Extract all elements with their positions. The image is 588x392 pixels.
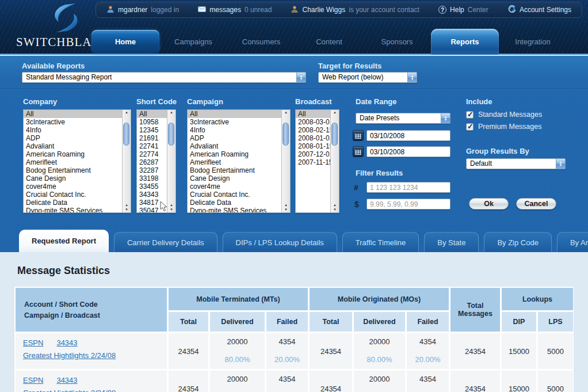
lps-cell: 5000 <box>538 333 573 369</box>
short-code-label: Short Code <box>136 97 177 106</box>
list-item[interactable]: ADP <box>188 134 290 142</box>
mo-total-header: Total <box>310 312 352 332</box>
list-item[interactable]: American Roaming <box>24 150 131 158</box>
mt-delivered-cell: 2000080.00% <box>210 371 265 392</box>
list-item[interactable]: Advaliant <box>188 142 290 150</box>
list-item[interactable]: Delicate Data <box>188 199 290 207</box>
list-item[interactable]: All <box>24 110 131 118</box>
include-option[interactable]: Premium Messages <box>466 123 542 131</box>
logged-in-user[interactable]: mgardner logged in <box>106 5 179 15</box>
list-item[interactable]: Amerifleet <box>24 158 131 166</box>
report-tab[interactable]: Carrier Delivery Details <box>114 232 217 252</box>
short-code-listbox[interactable]: ▲ ▲▼ All10958123452169122741227742628732… <box>136 109 176 213</box>
report-title: Message Statistics <box>17 265 110 277</box>
list-item[interactable]: Bodog Entertainment <box>188 166 290 174</box>
calendar-icon[interactable] <box>353 146 364 157</box>
select-stepper-icon: ▲▼ <box>556 159 565 169</box>
list-item[interactable]: Bodog Entertainment <box>24 166 131 174</box>
campaign-link[interactable]: Greatest Hightlights 2/24/08 <box>23 389 116 392</box>
account-contact[interactable]: Charlie Wiggs is your account contact <box>291 5 419 15</box>
report-tab[interactable]: Traffic Timeline <box>342 232 419 252</box>
contact-label: is your account contact <box>349 6 419 14</box>
list-item[interactable]: cover4me <box>188 182 290 191</box>
scroll-thumb[interactable] <box>331 123 338 146</box>
scroll-thumb[interactable] <box>123 123 129 146</box>
mt-delivered-cell: 2000080.00% <box>210 333 265 369</box>
nav-item[interactable]: Content <box>295 29 363 55</box>
list-item[interactable]: American Roaming <box>188 150 290 158</box>
help-icon: ? <box>438 6 446 14</box>
list-item[interactable]: Advaliant <box>24 142 131 150</box>
list-item[interactable]: Dyno-mite SMS Services <box>188 207 290 213</box>
date-presets-select[interactable]: Date Presets ▲▼ <box>356 113 450 124</box>
table-row: ESPN 34343 Greatest Hightlights 2/24/08 … <box>16 333 572 369</box>
account-link[interactable]: ESPN <box>23 376 43 385</box>
list-item[interactable]: cover4me <box>24 182 131 191</box>
short-code-link[interactable]: 34343 <box>56 376 77 385</box>
nav-item[interactable]: Integration <box>499 29 567 55</box>
nav-item[interactable]: Sponsors <box>363 29 431 55</box>
report-tab[interactable]: By Area Code <box>557 232 588 252</box>
checkbox-icon[interactable] <box>466 123 474 131</box>
nav-item[interactable]: Home <box>91 30 159 54</box>
list-item[interactable]: 4Info <box>188 126 290 134</box>
switchblade-swoosh-icon <box>46 2 86 36</box>
cancel-button[interactable]: Cancel <box>516 198 556 210</box>
mo-total-cell: 24354 <box>310 371 352 392</box>
short-code-link[interactable]: 34343 <box>56 338 77 347</box>
report-tab[interactable]: DIPs / LPS Lookup Details <box>223 232 337 252</box>
campaign-scrollbar[interactable]: ▲ ▲▼ <box>281 110 290 212</box>
include-options: Standard Messages Premium Messages <box>466 111 542 131</box>
target-results-label: Target for Results <box>318 62 381 70</box>
mo-delivered-cell: 2000080.00% <box>354 333 405 369</box>
scroll-thumb[interactable] <box>168 123 174 146</box>
nav-item[interactable]: Consumers <box>227 29 295 55</box>
list-item[interactable]: ADP <box>24 134 131 142</box>
available-reports-select[interactable]: Standard Messaging Report ▲▼ <box>22 72 306 83</box>
list-item[interactable]: Dyno-mite SMS Services <box>24 207 131 213</box>
calendar-icon[interactable] <box>353 130 364 141</box>
list-item[interactable]: Amerifleet <box>188 158 290 166</box>
broadcast-scrollbar[interactable]: ▲ ▲▼ <box>330 110 339 212</box>
list-item[interactable]: Crucial Contact Inc. <box>24 191 131 199</box>
mo-group-header: Mobile Originated (MOs) <box>310 288 449 310</box>
account-link[interactable]: ESPN <box>23 338 43 347</box>
company-scrollbar[interactable]: ▲ ▲▼ <box>122 110 131 212</box>
campaign-listbox[interactable]: ▲ ▲▼ All3cInteractive4InfoADPAdvaliantAm… <box>187 109 291 213</box>
campaign-link[interactable]: Greatest Hightlights 2/24/08 <box>23 351 116 360</box>
report-tab[interactable]: By State <box>424 232 479 252</box>
list-item[interactable]: All <box>188 110 290 118</box>
help-label: Help <box>450 6 464 14</box>
include-option[interactable]: Standard Messages <box>466 111 542 119</box>
report-tab[interactable]: By Zip Code <box>484 232 552 252</box>
scroll-thumb[interactable] <box>282 123 289 146</box>
list-item[interactable]: 4Info <box>24 126 131 134</box>
help-center-link[interactable]: ? Help Center <box>438 6 488 14</box>
list-item[interactable]: Cane Design <box>24 174 131 182</box>
select-stepper-icon: ▲▼ <box>441 113 450 123</box>
user-name: mgardner <box>118 6 147 14</box>
ok-button[interactable]: Ok <box>469 198 509 210</box>
checkbox-icon[interactable] <box>466 111 474 119</box>
target-results-select[interactable]: Web Report (below) ▲▼ <box>318 72 417 83</box>
date-from-input[interactable] <box>366 130 450 141</box>
nav-item[interactable]: Campaigns <box>159 29 227 55</box>
company-listbox[interactable]: ▲ ▲▼ All3cInteractive4InfoADPAdvaliantAm… <box>23 109 131 213</box>
list-item[interactable]: 3cInteractive <box>188 118 290 126</box>
mo-failed-header: Failed <box>407 312 449 332</box>
messages-link[interactable]: messages 0 unread <box>198 6 272 14</box>
account-settings-link[interactable]: Account Settings <box>507 5 571 15</box>
report-tab[interactable]: Requested Report <box>19 230 109 252</box>
nav-item[interactable]: Reports <box>431 29 499 55</box>
list-item[interactable]: Delicate Data <box>24 199 131 207</box>
list-item[interactable]: Crucial Contact Inc. <box>188 191 290 199</box>
group-results-select[interactable]: Default ▲▼ <box>466 158 566 169</box>
broadcast-listbox[interactable]: ▲ ▲▼ All2008-03-012008-02-152008-01-0120… <box>295 109 339 213</box>
price-filter-input[interactable] <box>366 199 450 210</box>
phone-filter-input[interactable] <box>366 182 450 193</box>
list-item[interactable]: Cane Design <box>188 174 290 182</box>
total-messages-header: Total Messages <box>450 288 500 332</box>
list-item[interactable]: 3cInteractive <box>24 118 131 126</box>
short-code-scrollbar[interactable]: ▲ ▲▼ <box>167 110 175 212</box>
date-to-input[interactable] <box>366 146 450 157</box>
